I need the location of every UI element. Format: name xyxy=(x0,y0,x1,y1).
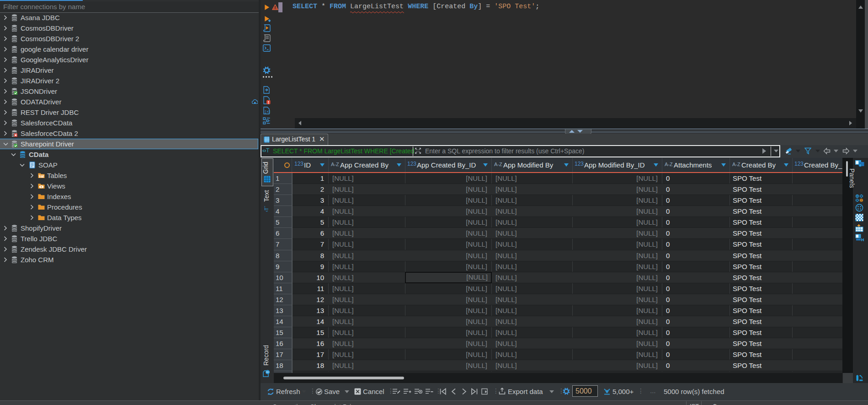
svg-text:[x]: [x] xyxy=(264,110,270,113)
